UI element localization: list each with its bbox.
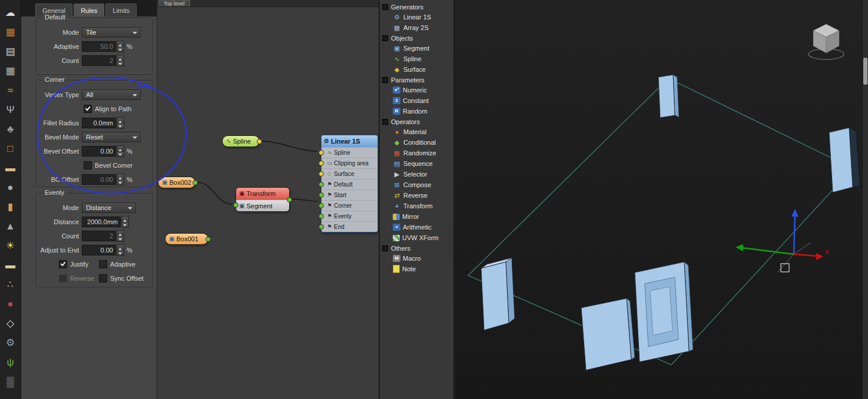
box-top[interactable] bbox=[658, 75, 679, 118]
palette-item-material[interactable]: ●Material bbox=[380, 127, 453, 137]
clipping-input-socket[interactable] bbox=[319, 161, 324, 166]
palette-item-surface[interactable]: ◆Surface bbox=[380, 64, 453, 75]
loaf-icon[interactable]: ▬ bbox=[3, 160, 18, 175]
slot-start[interactable]: ⚑Start bbox=[322, 189, 377, 200]
palette-item-conditional[interactable]: ◆Conditional bbox=[380, 137, 453, 148]
palette-item-note[interactable]: Note bbox=[380, 264, 453, 274]
spinner-down[interactable] bbox=[117, 124, 124, 129]
evenly-input-socket[interactable] bbox=[319, 214, 324, 219]
palette-item-macro[interactable]: MMacro bbox=[380, 253, 453, 264]
spinner-down[interactable] bbox=[117, 61, 124, 67]
box-left[interactable] bbox=[481, 258, 515, 330]
rounded-square-icon[interactable]: □ bbox=[3, 141, 18, 156]
transform-input-socket[interactable] bbox=[233, 202, 238, 208]
end-input-socket[interactable] bbox=[319, 224, 324, 230]
palette-item-reverse[interactable]: ⇄Reverse bbox=[380, 190, 453, 201]
palette-item-compose[interactable]: ⊞Compose bbox=[380, 179, 453, 190]
sphere-icon[interactable]: ● bbox=[3, 179, 18, 195]
cone-icon[interactable]: ▲ bbox=[3, 218, 18, 234]
box001-node[interactable]: ▣ Box001 bbox=[165, 233, 208, 245]
palette-section-parameters[interactable]: Parameters bbox=[380, 75, 453, 85]
transform-output-socket[interactable] bbox=[287, 197, 292, 202]
palette-section-objects[interactable]: Objects bbox=[380, 33, 453, 43]
viewport-3d[interactable]: x bbox=[455, 0, 862, 399]
palette-section-others[interactable]: Others bbox=[380, 243, 453, 253]
spinner-down[interactable] bbox=[117, 152, 124, 158]
spinner-down[interactable] bbox=[117, 237, 124, 242]
partial-icon[interactable]: ▓ bbox=[3, 374, 18, 389]
adjust-to-end-field[interactable]: 0.00 bbox=[82, 245, 116, 255]
default-mode-dropdown[interactable]: Tile bbox=[82, 27, 141, 38]
capsule-icon[interactable]: ▬ bbox=[3, 257, 18, 272]
palette-item-random[interactable]: RRandom bbox=[380, 106, 453, 117]
palette-item-segment[interactable]: ▣Segment bbox=[380, 43, 453, 54]
cloud-icon[interactable]: ☁ bbox=[3, 5, 18, 20]
spinner-down[interactable] bbox=[117, 180, 124, 186]
spline-node[interactable]: ∿ Spline bbox=[222, 135, 260, 147]
surface-input-socket[interactable] bbox=[319, 171, 324, 177]
box002-output-socket[interactable] bbox=[193, 180, 198, 185]
palette-section-operators[interactable]: Operators bbox=[380, 117, 453, 127]
node-editor-canvas[interactable]: Top level ∿ Spline ▣ Box002 ▣ Transform … bbox=[157, 0, 379, 399]
grid-icon[interactable]: ▦ bbox=[3, 63, 18, 78]
plant-icon[interactable]: ♣ bbox=[3, 121, 18, 137]
palette-section-generators[interactable]: Generators bbox=[380, 2, 453, 12]
reverse-checkbox[interactable] bbox=[59, 274, 67, 282]
spinner-down[interactable] bbox=[117, 251, 124, 257]
default-adaptive-field[interactable]: 50.0 bbox=[82, 41, 116, 52]
box001-output-socket[interactable] bbox=[206, 237, 211, 242]
evenly-count-field[interactable]: 2 bbox=[82, 231, 116, 241]
palette-item-selector[interactable]: ▶Selector bbox=[380, 169, 453, 179]
corner-input-socket[interactable] bbox=[319, 203, 324, 208]
fillet-radius-field[interactable]: 0.0mm bbox=[82, 118, 116, 128]
palette-item-uvw-xform[interactable]: UVW XForm bbox=[380, 232, 453, 243]
spinner-up[interactable] bbox=[117, 244, 124, 251]
spinner-up[interactable] bbox=[117, 174, 124, 180]
bc-offset-field[interactable]: 0.00 bbox=[82, 174, 116, 185]
sync-offset-checkbox[interactable] bbox=[99, 274, 107, 282]
noodles-icon[interactable]: ≈ bbox=[3, 82, 18, 98]
barrel-icon[interactable]: ▮ bbox=[3, 199, 18, 214]
palette-item-arithmetic[interactable]: ×Arithmetic bbox=[380, 222, 453, 232]
distance-field[interactable]: 2000.0mm bbox=[82, 217, 121, 227]
spinner-down[interactable] bbox=[117, 47, 124, 53]
scrollbar-thumb[interactable] bbox=[863, 58, 867, 85]
spinner-down[interactable] bbox=[121, 222, 129, 228]
box002-node[interactable]: ▣ Box002 bbox=[158, 177, 196, 188]
slot-default[interactable]: ⚑Default bbox=[322, 179, 377, 189]
slot-corner[interactable]: ⚑Corner bbox=[322, 200, 377, 211]
slot-end[interactable]: ⚑End bbox=[322, 221, 377, 232]
box-right[interactable] bbox=[829, 128, 860, 192]
align-to-path-checkbox[interactable] bbox=[84, 105, 92, 113]
bevel-offset-field[interactable]: 0.00 bbox=[82, 146, 116, 157]
spinner-up[interactable] bbox=[117, 117, 124, 124]
palette-item-spline[interactable]: ∿Spline bbox=[380, 54, 453, 64]
default-input-socket[interactable] bbox=[319, 182, 324, 187]
palette-item-transform[interactable]: +Transform bbox=[380, 201, 453, 211]
checker-box-icon[interactable]: ▦ bbox=[3, 24, 18, 39]
palette-item-mirror[interactable]: Mirror bbox=[380, 211, 453, 222]
palette-item-array-2s[interactable]: ▦Array 2S bbox=[380, 22, 453, 33]
bevel-mode-dropdown[interactable]: Reset bbox=[82, 132, 141, 142]
viewport-scrollbar[interactable] bbox=[862, 0, 868, 399]
linear-1s-node[interactable]: ⚙ Linear 1S ∿Spline ▭Clipping area ◇Surf… bbox=[321, 135, 378, 232]
box-slab[interactable] bbox=[581, 298, 635, 370]
slot-surface[interactable]: ◇Surface bbox=[322, 168, 377, 179]
tab-limits[interactable]: Limits bbox=[105, 4, 137, 16]
bevel-corner-checkbox[interactable] bbox=[84, 161, 92, 169]
grass-icon[interactable]: ψ bbox=[3, 354, 18, 370]
tab-rules[interactable]: Rules bbox=[74, 4, 104, 16]
start-input-socket[interactable] bbox=[319, 192, 324, 198]
palette-item-numeric[interactable]: x²Numeric bbox=[380, 85, 453, 95]
palette-item-linear-1s[interactable]: ⚙Linear 1S bbox=[380, 12, 453, 22]
spline-input-socket[interactable] bbox=[319, 150, 324, 155]
slot-clipping-area[interactable]: ▭Clipping area bbox=[322, 158, 377, 168]
slot-spline[interactable]: ∿Spline bbox=[322, 147, 377, 158]
justify-checkbox[interactable] bbox=[59, 260, 67, 268]
spline-output-socket[interactable] bbox=[257, 139, 262, 144]
evenly-mode-dropdown[interactable]: Distance bbox=[82, 202, 136, 213]
chamfer-box-icon[interactable]: ◇ bbox=[3, 315, 18, 331]
transform-node[interactable]: ▣ Transform ▣ Segment bbox=[236, 187, 290, 212]
adaptive-checkbox[interactable] bbox=[99, 260, 107, 268]
scatter-dots-icon[interactable]: ∴ bbox=[3, 277, 18, 292]
